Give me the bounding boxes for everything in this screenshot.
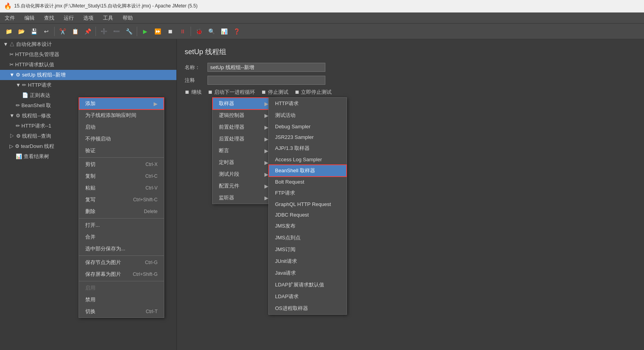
ctx-duplicate[interactable]: 复写 Ctrl+Shift-C xyxy=(79,194,164,206)
ctx-debug-sampler[interactable]: Debug Sampler xyxy=(269,121,347,132)
menu-bar: 文件 编辑 查找 运行 选项 工具 帮助 xyxy=(0,13,644,24)
menu-find[interactable]: 查找 xyxy=(42,14,56,22)
ctx-beanshell-sampler-label: BeanShell 取样器 xyxy=(275,167,315,174)
ctx-ajp[interactable]: AJP/1.3 取样器 xyxy=(269,142,347,154)
ctx-assertion[interactable]: 断言 ▶ xyxy=(213,145,275,157)
menu-help[interactable]: 帮助 xyxy=(121,14,134,22)
menu-run[interactable]: 运行 xyxy=(62,14,75,22)
ctx-open[interactable]: 打开... xyxy=(79,219,164,231)
ctx-bolt-request[interactable]: Bolt Request xyxy=(269,177,347,187)
name-input[interactable] xyxy=(207,63,325,72)
ctx-ldap[interactable]: LDAP请求 xyxy=(269,291,347,303)
ctx-junit[interactable]: JUnit请求 xyxy=(269,255,347,267)
sep3 xyxy=(137,27,137,36)
radio-stop-now[interactable]: ⏹ 立即停止测试 xyxy=(295,89,332,96)
ctx-start-no-pause[interactable]: 不停顿启动 xyxy=(79,133,164,145)
toolbar-toggle[interactable]: 🔧 xyxy=(123,26,134,37)
ctx-java[interactable]: Java请求 xyxy=(269,267,347,279)
tree-item-http-defaults[interactable]: ✂ HTTP请求默认值 xyxy=(0,60,176,70)
ctx-toggle[interactable]: 切换 Ctrl-T xyxy=(79,306,164,317)
tree-item-setup-group[interactable]: ▼ ⚙ setUp 线程组--新增 xyxy=(0,70,176,80)
ctx-jms-point[interactable]: JMS点到点 xyxy=(269,232,347,244)
ctx-disable[interactable]: 禁用 xyxy=(79,294,164,306)
sep2 xyxy=(95,27,96,36)
ctx-logic-controller[interactable]: 逻辑控制器 ▶ xyxy=(213,109,275,121)
tree-item-thread-query-label: ▷ ⚙ 线程组--查询 xyxy=(9,133,51,140)
toolbar-clear[interactable]: 📊 xyxy=(218,26,229,37)
toolbar-paste[interactable]: 📌 xyxy=(82,26,93,37)
ctx-jms-subscribe[interactable]: JMS订阅 xyxy=(269,244,347,255)
menu-tools[interactable]: 工具 xyxy=(101,14,115,22)
comment-row: 注释 xyxy=(185,76,636,85)
ctx-merge[interactable]: 合并 xyxy=(79,231,164,243)
sep4 xyxy=(191,27,191,36)
ctx-sampler-arrow: ▶ xyxy=(264,101,268,107)
toolbar-help[interactable]: ❓ xyxy=(231,26,242,37)
tree-item-http-req[interactable]: ▼ ✏ HTTP请求 xyxy=(0,80,176,90)
toolbar: 📁 📂 💾 ↩ ✂️ 📋 📌 ➕ ➖ 🔧 ▶ ⏩ ⏹ ⏸ 🐞 🔍 📊 ❓ xyxy=(0,24,644,39)
ctx-ldap-ext[interactable]: LDAP扩展请求默认值 xyxy=(269,279,347,291)
ctx-beanshell-sampler[interactable]: BeanShell 取样器 xyxy=(269,165,347,177)
ctx-jsr223[interactable]: JSR223 Sampler xyxy=(269,132,347,142)
toolbar-debug[interactable]: 🐞 xyxy=(193,26,204,37)
context-menu-add: 取样器 ▶ 逻辑控制器 ▶ 前置处理器 ▶ 后置处理器 ▶ 断言 ▶ 定时器 ▶… xyxy=(212,97,275,204)
ctx-add[interactable]: 添加 ▶ xyxy=(79,98,164,109)
ctx-access-log-sampler-label: Access Log Sampler xyxy=(275,157,322,162)
toolbar-open[interactable]: 📂 xyxy=(16,26,27,37)
ctx-jdbc[interactable]: JDBC Request xyxy=(269,210,347,220)
ctx-test-fragment[interactable]: 测试片段 ▶ xyxy=(213,168,275,180)
ctx-config-element[interactable]: 配置元件 ▶ xyxy=(213,180,275,192)
ctx-paste[interactable]: 粘贴 Ctrl-V xyxy=(79,182,164,194)
toolbar-collapse[interactable]: ➖ xyxy=(111,26,122,37)
radio-stop-test[interactable]: ⏹ 停止测试 xyxy=(261,89,288,96)
ctx-test-action[interactable]: 测试活动 xyxy=(269,109,347,121)
ctx-add-response-time[interactable]: 为子线程添加响应时间 xyxy=(79,109,164,121)
ctx-save-screen-img[interactable]: 保存屏幕为图片 Ctrl+Shift-G xyxy=(79,268,164,280)
sep-c xyxy=(79,255,164,256)
ctx-cut[interactable]: 剪切 Ctrl-X xyxy=(79,159,164,170)
radio-next-loop[interactable]: ⏹ 启动下一进程循环 xyxy=(208,89,255,96)
menu-file[interactable]: 文件 xyxy=(3,14,17,22)
ctx-jms-publish[interactable]: JMS发布 xyxy=(269,220,347,232)
ctx-os-process[interactable]: OS进程取样器 xyxy=(269,303,347,314)
window-title: 15.自动化脚本设计.jmx (F:\JMeter_Study\15.自动化脚本… xyxy=(14,3,198,9)
tree-item-http-header[interactable]: ✂ HTTP信息头管理器 xyxy=(0,49,176,60)
context-menu-samplers: HTTP请求 测试活动 Debug Sampler JSR223 Sampler… xyxy=(268,97,347,315)
ctx-add-arrow: ▶ xyxy=(154,101,158,107)
toolbar-new[interactable]: 📁 xyxy=(3,26,14,37)
toolbar-shutdown[interactable]: ⏸ xyxy=(177,26,188,37)
ctx-save-node-img[interactable]: 保存节点为图片 Ctrl-G xyxy=(79,257,164,268)
ctx-delete[interactable]: 删除 Delete xyxy=(79,206,164,217)
ctx-save-partial[interactable]: 选中部分保存为... xyxy=(79,243,164,255)
ctx-graphql[interactable]: GraphQL HTTP Request xyxy=(269,199,347,210)
ctx-listener[interactable]: 监听器 ▶ xyxy=(213,192,275,204)
ctx-access-log-sampler[interactable]: Access Log Sampler xyxy=(269,154,347,165)
ctx-start[interactable]: 启动 xyxy=(79,121,164,133)
ctx-copy[interactable]: 复制 Ctrl-C xyxy=(79,170,164,182)
tree-item-http-header-label: ✂ HTTP信息头管理器 xyxy=(9,51,59,58)
ctx-http-request[interactable]: HTTP请求 xyxy=(269,98,347,109)
toolbar-run[interactable]: ▶ xyxy=(139,26,150,37)
sep-a xyxy=(79,157,164,158)
toolbar-copy[interactable]: 📋 xyxy=(70,26,81,37)
toolbar-search[interactable]: 🔍 xyxy=(206,26,217,37)
radio-row: ⏹ 继续 ⏹ 启动下一进程循环 ⏹ 停止测试 ⏹ 立即停止测试 xyxy=(185,89,636,96)
toolbar-save[interactable]: 💾 xyxy=(28,26,39,37)
toolbar-start-no-pause[interactable]: ⏩ xyxy=(152,26,163,37)
ctx-sampler[interactable]: 取样器 ▶ xyxy=(213,98,275,109)
ctx-post-processor[interactable]: 后置处理器 ▶ xyxy=(213,133,275,145)
toolbar-expand[interactable]: ➕ xyxy=(98,26,109,37)
ctx-pre-processor[interactable]: 前置处理器 ▶ xyxy=(213,121,275,133)
toolbar-stop[interactable]: ⏹ xyxy=(165,26,176,37)
tree-item-root-label: ▼ △ 自动化脚本设计 xyxy=(3,41,52,48)
ctx-ftp[interactable]: FTP请求 xyxy=(269,187,347,199)
toolbar-cut[interactable]: ✂️ xyxy=(57,26,68,37)
menu-edit[interactable]: 编辑 xyxy=(23,14,36,22)
toolbar-revert[interactable]: ↩ xyxy=(41,26,52,37)
tree-item-root[interactable]: ▼ △ 自动化脚本设计 xyxy=(0,39,176,49)
comment-input[interactable] xyxy=(207,76,325,85)
ctx-timer[interactable]: 定时器 ▶ xyxy=(213,157,275,168)
ctx-validate[interactable]: 验证 xyxy=(79,145,164,157)
menu-options[interactable]: 选项 xyxy=(82,14,95,22)
radio-continue[interactable]: ⏹ 继续 xyxy=(185,89,202,96)
